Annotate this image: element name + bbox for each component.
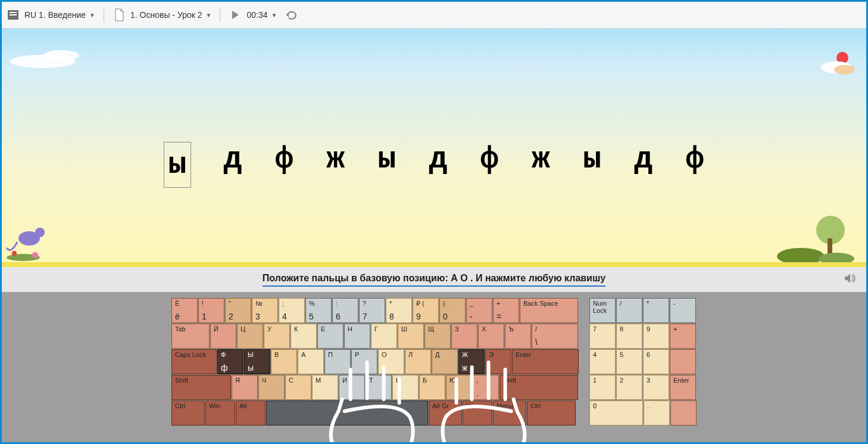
key[interactable]: Р [351, 349, 377, 374]
key[interactable]: Enter [512, 349, 579, 374]
key[interactable]: Alt Gr [429, 400, 462, 426]
key[interactable]: Л [405, 349, 431, 374]
key[interactable]: ;4 [279, 298, 305, 323]
time-dropdown[interactable]: 00:34 ▼ [246, 10, 277, 20]
key-top-label: + [497, 300, 516, 307]
key[interactable]: ,. [473, 375, 499, 400]
key[interactable]: . [644, 400, 670, 426]
key-top-label: Win [209, 402, 232, 409]
key[interactable]: Ctrl [171, 400, 205, 426]
key[interactable]: )0 [439, 298, 466, 323]
key[interactable]: 6 [643, 349, 669, 374]
key[interactable]: Н [344, 324, 370, 349]
key[interactable]: Й [210, 324, 236, 349]
key[interactable] [670, 349, 696, 374]
key[interactable]: Shift [171, 375, 231, 400]
key[interactable]: Ыы [244, 349, 270, 374]
key[interactable]: Б [419, 375, 445, 400]
key[interactable]: Enter [670, 375, 696, 400]
key[interactable]: 1 [589, 375, 616, 400]
key[interactable]: 3 [643, 375, 669, 400]
key[interactable]: Жж [458, 349, 485, 374]
key[interactable]: О [378, 349, 404, 374]
key[interactable]: Ctrl [527, 400, 576, 426]
key-top-label: Shift [503, 377, 575, 384]
current-letter: ы [164, 142, 191, 188]
key[interactable]: У [264, 324, 290, 349]
main-keyboard: Ёё!1"2№3;4%5:6?7*8₽ (9)0_-+=Back SpaceTa… [171, 298, 579, 426]
key[interactable]: %5 [305, 298, 332, 323]
key[interactable]: "2 [225, 298, 251, 323]
key[interactable]: Т [366, 375, 392, 400]
key[interactable]: 9 [643, 324, 669, 349]
key[interactable]: 0 [589, 400, 643, 426]
key[interactable]: 5 [616, 349, 642, 374]
key[interactable]: Щ [424, 324, 451, 349]
key-top-label: Win [466, 402, 489, 409]
key[interactable]: _- [466, 298, 492, 323]
key[interactable]: Shift [499, 375, 578, 400]
key[interactable] [670, 400, 697, 426]
key[interactable]: + [670, 324, 696, 349]
key[interactable]: Х [478, 324, 504, 349]
key[interactable]: - [670, 298, 696, 323]
key[interactable]: Ёё [171, 298, 198, 323]
key-top-label: Л [408, 351, 428, 358]
key[interactable]: !1 [198, 298, 224, 323]
key[interactable]: += [493, 298, 519, 323]
key[interactable]: *8 [386, 298, 412, 323]
key[interactable]: Г [371, 324, 397, 349]
key[interactable]: Win [463, 400, 492, 426]
key[interactable]: Tab [171, 324, 210, 349]
key[interactable]: Фф [217, 349, 243, 374]
key[interactable]: Е [317, 324, 344, 349]
key[interactable]: Ю [446, 375, 472, 400]
key[interactable]: А [298, 349, 324, 374]
key[interactable]: №3 [252, 298, 278, 323]
play-icon[interactable] [229, 8, 242, 21]
key[interactable]: Ь [392, 375, 419, 400]
key[interactable]: К [291, 324, 317, 349]
undo-icon[interactable] [285, 8, 298, 21]
lesson-dropdown[interactable]: 1. Основы - Урок 2 ▼ [130, 10, 211, 20]
key[interactable]: С [285, 375, 311, 400]
key[interactable]: Ш [398, 324, 424, 349]
key-top-label: / [535, 325, 575, 333]
key[interactable]: П [324, 349, 351, 374]
key[interactable]: Back Space [520, 298, 578, 323]
key-bot-label: ж [462, 363, 467, 372]
speaker-icon[interactable] [844, 272, 857, 287]
pending-letter: д [224, 142, 242, 188]
key[interactable]: Ч [258, 375, 285, 400]
key[interactable]: Win [205, 400, 235, 426]
key[interactable]: 2 [616, 375, 642, 400]
key[interactable]: Caps Lock [171, 349, 217, 374]
key[interactable]: Ц [237, 324, 263, 349]
key[interactable]: ₽ (9 [413, 298, 439, 323]
instruction-bar: Положите пальцы в базовую позицию: А О .… [2, 267, 866, 292]
file-icon [113, 8, 126, 21]
key[interactable]: Э [485, 349, 511, 374]
section-dropdown[interactable]: RU 1. Введение ▼ [24, 10, 95, 20]
key[interactable]: М [312, 375, 338, 400]
key-top-label: Н [348, 325, 367, 333]
key[interactable]: Num Lock [589, 298, 616, 323]
key[interactable]: 8 [616, 324, 642, 349]
key[interactable]: ?7 [359, 298, 385, 323]
key[interactable] [266, 400, 428, 426]
key[interactable]: Alt [236, 400, 266, 426]
key[interactable]: * [643, 298, 669, 323]
key[interactable]: Menu [493, 400, 526, 426]
key[interactable]: Ъ [505, 324, 531, 349]
key[interactable]: И [339, 375, 365, 400]
chevron-down-icon: ▼ [271, 12, 277, 18]
key[interactable]: Я [232, 375, 258, 400]
key[interactable]: :6 [332, 298, 358, 323]
key[interactable]: З [451, 324, 477, 349]
key[interactable]: Д [432, 349, 458, 374]
key[interactable]: В [271, 349, 297, 374]
key[interactable]: /\ [532, 324, 578, 349]
key[interactable]: 4 [589, 349, 616, 374]
key[interactable]: / [616, 298, 642, 323]
key[interactable]: 7 [589, 324, 616, 349]
